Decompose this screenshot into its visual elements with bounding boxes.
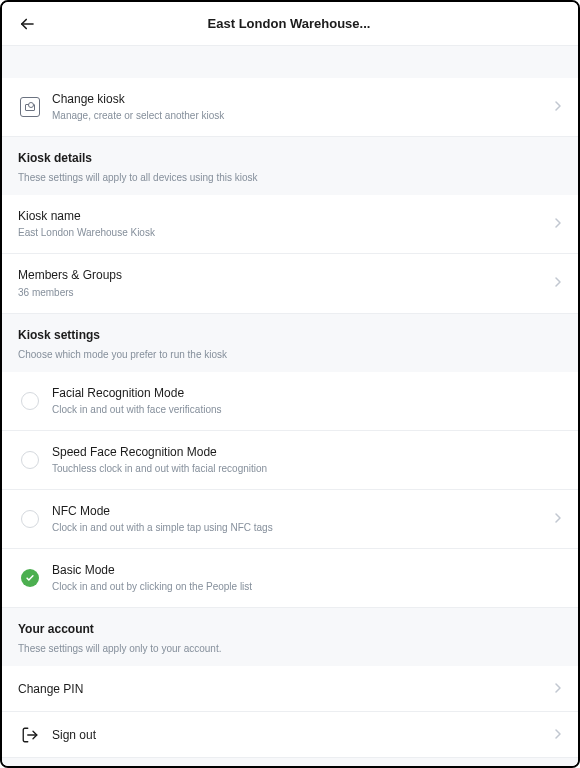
change-pin-label: Change PIN (18, 681, 546, 697)
mode-desc: Touchless clock in and out with facial r… (52, 462, 562, 476)
chevron-right-icon (554, 726, 562, 744)
kiosk-settings-title: Kiosk settings (18, 328, 562, 342)
kiosk-name-value: East London Warehouse Kiosk (18, 226, 546, 240)
chevron-right-icon (554, 510, 562, 528)
chevron-right-icon (554, 215, 562, 233)
your-account-header: Your account These settings will apply o… (2, 608, 578, 666)
mode-row[interactable]: Basic ModeClock in and out by clicking o… (2, 549, 578, 608)
chevron-right-icon (554, 274, 562, 292)
mode-radio[interactable] (18, 569, 42, 587)
mode-title: NFC Mode (52, 503, 546, 519)
mode-row[interactable]: Speed Face Recognition ModeTouchless clo… (2, 431, 578, 490)
mode-row[interactable]: NFC ModeClock in and out with a simple t… (2, 490, 578, 549)
members-groups-row[interactable]: Members & Groups 36 members (2, 254, 578, 313)
sign-out-row[interactable]: Sign out (2, 712, 578, 758)
mode-desc: Clock in and out with face verifications (52, 403, 562, 417)
mode-title: Facial Recognition Mode (52, 385, 562, 401)
mode-radio[interactable] (18, 510, 42, 528)
kiosk-name-label: Kiosk name (18, 208, 546, 224)
spacer (2, 46, 578, 78)
mode-radio[interactable] (18, 392, 42, 410)
change-kiosk-row[interactable]: Change kiosk Manage, create or select an… (2, 78, 578, 137)
chevron-right-icon (554, 98, 562, 116)
mode-radio[interactable] (18, 451, 42, 469)
kiosk-details-header: Kiosk details These settings will apply … (2, 137, 578, 195)
switch-mode-button[interactable]: Switch to Personal Mode (2, 758, 578, 768)
change-kiosk-subtitle: Manage, create or select another kiosk (52, 109, 546, 123)
mode-desc: Clock in and out by clicking on the Peop… (52, 580, 562, 594)
kiosk-details-subtitle: These settings will apply to all devices… (18, 171, 562, 185)
change-pin-row[interactable]: Change PIN (2, 666, 578, 712)
page-title: East London Warehouse... (16, 16, 562, 31)
your-account-subtitle: These settings will apply only to your a… (18, 642, 562, 656)
members-value: 36 members (18, 286, 546, 300)
your-account-title: Your account (18, 622, 562, 636)
kiosk-details-title: Kiosk details (18, 151, 562, 165)
kiosk-settings-subtitle: Choose which mode you prefer to run the … (18, 348, 562, 362)
sign-out-label: Sign out (52, 727, 546, 743)
mode-title: Basic Mode (52, 562, 562, 578)
mode-title: Speed Face Recognition Mode (52, 444, 562, 460)
mode-row[interactable]: Facial Recognition ModeClock in and out … (2, 372, 578, 431)
kiosk-settings-header: Kiosk settings Choose which mode you pre… (2, 314, 578, 372)
mode-desc: Clock in and out with a simple tap using… (52, 521, 546, 535)
sign-out-icon (18, 726, 42, 744)
chevron-right-icon (554, 680, 562, 698)
kiosk-name-row[interactable]: Kiosk name East London Warehouse Kiosk (2, 195, 578, 254)
change-kiosk-title: Change kiosk (52, 91, 546, 107)
kiosk-icon (18, 97, 42, 117)
members-label: Members & Groups (18, 267, 546, 283)
